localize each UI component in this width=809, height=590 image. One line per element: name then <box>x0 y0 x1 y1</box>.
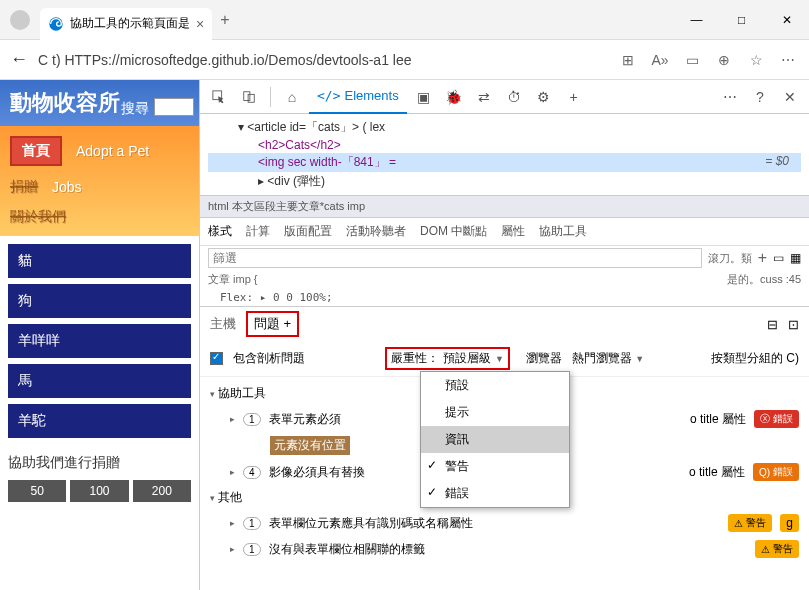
dropdown-item[interactable]: ✓錯誤 <box>421 480 569 507</box>
memory-icon[interactable]: ⚙ <box>531 84 557 110</box>
drawer-tabs: 主機 問題 + ⊟ ⊡ <box>200 306 809 341</box>
tab-styles[interactable]: 樣式 <box>208 223 232 240</box>
rule-source[interactable]: 是的。cuss :45 <box>727 272 801 287</box>
search-label: 搜尋 <box>121 100 149 118</box>
list-item[interactable]: 狗 <box>8 284 191 318</box>
rendered-page: 動物收容所 搜尋 首頁 Adopt a Pet 捐贈 Jobs 關於我們 貓 狗… <box>0 80 200 590</box>
search-input[interactable] <box>154 98 194 116</box>
drawer-icon[interactable]: ⊟ <box>767 317 778 332</box>
issues-toolbar: 包含剖析問題 嚴重性： 預設層級 ▼ 瀏覽器 熱門瀏覽器 ▼ 按類型分組的 C)… <box>200 341 809 377</box>
nav-home[interactable]: 首頁 <box>10 136 62 166</box>
issue-group-other[interactable]: 其他 <box>218 490 242 504</box>
dom-node[interactable]: ▾ <article id=「cats」> ( lex <box>238 120 385 134</box>
sources-icon[interactable]: 🐞 <box>441 84 467 110</box>
svg-rect-3 <box>248 94 254 102</box>
dom-node[interactable]: <h2>Cats</h2> <box>258 138 341 152</box>
issue-group-a11y[interactable]: 協助工具 <box>218 386 266 400</box>
device-icon[interactable] <box>236 84 262 110</box>
g-badge: g <box>780 514 799 532</box>
more-icon[interactable]: ⋯ <box>777 52 799 68</box>
css-property[interactable]: Flex: ▸ 0 0 100%; <box>200 289 809 306</box>
elements-tab[interactable]: </> Elements <box>309 80 407 114</box>
performance-icon[interactable]: ⏱ <box>501 84 527 110</box>
inspect-icon[interactable] <box>206 84 232 110</box>
include-checkbox[interactable] <box>210 352 223 365</box>
collections-icon[interactable]: ⊕ <box>713 52 735 68</box>
list-item[interactable]: 馬 <box>8 364 191 398</box>
minimize-button[interactable]: — <box>674 5 719 35</box>
filter-hov[interactable]: 滾刀。類 <box>708 251 752 266</box>
amount-button[interactable]: 200 <box>133 480 191 502</box>
devtools-toolbar: ⌂ </> Elements ▣ 🐞 ⇄ ⏱ ⚙ + ⋯ ? ✕ <box>200 80 809 114</box>
expand-icon[interactable]: ▾ <box>210 389 215 399</box>
add-style-icon[interactable]: + <box>758 249 767 267</box>
dom-eq: = $0 <box>765 154 789 168</box>
drawer-host[interactable]: 主機 <box>210 315 236 333</box>
url-field[interactable]: C t) HTTPs://microsoftedge.github.io/Dem… <box>38 52 607 68</box>
expand-icon[interactable]: ▸ <box>230 518 235 528</box>
maximize-button[interactable]: □ <box>719 5 764 35</box>
drawer-issues[interactable]: 問題 + <box>246 311 299 337</box>
filter-input[interactable] <box>208 248 702 268</box>
dropdown-item[interactable]: 預設 <box>421 372 569 399</box>
console-icon[interactable]: ▣ <box>411 84 437 110</box>
nav-jobs[interactable]: Jobs <box>52 179 82 195</box>
issue-text: 表單元素必須 <box>269 411 341 428</box>
severity-select[interactable]: 嚴重性： 預設層級 ▼ <box>385 347 510 370</box>
issue-count: 1 <box>243 517 261 530</box>
profile-button[interactable] <box>0 10 40 30</box>
help-icon[interactable]: ? <box>747 84 773 110</box>
severity-dropdown: 預設 提示 資訊 ✓警告 ✓錯誤 <box>420 371 570 508</box>
dropdown-item[interactable]: 提示 <box>421 399 569 426</box>
breadcrumb[interactable]: html 本文區段主要文章*cats imp <box>200 195 809 218</box>
tab-breakpoints[interactable]: DOM 中斷點 <box>420 223 487 240</box>
tab-close-icon[interactable]: × <box>196 16 204 32</box>
issue-item[interactable]: ▸ 1 沒有與表單欄位相關聯的標籤 ⚠ 警告 <box>210 536 799 562</box>
tab-computed[interactable]: 計算 <box>246 223 270 240</box>
nav-adopt[interactable]: Adopt a Pet <box>76 143 149 159</box>
welcome-icon[interactable]: ⌂ <box>279 84 305 110</box>
amount-button[interactable]: 50 <box>8 480 66 502</box>
flex-icon[interactable]: ▭ <box>773 251 784 265</box>
expand-icon[interactable]: ▸ <box>230 467 235 477</box>
expand-icon[interactable]: ▸ <box>230 414 235 424</box>
back-button[interactable]: ← <box>10 49 28 70</box>
expand-icon[interactable]: ▾ <box>210 493 215 503</box>
close-devtools-icon[interactable]: ✕ <box>777 84 803 110</box>
close-button[interactable]: ✕ <box>764 5 809 35</box>
dom-node-selected[interactable]: <img sec width-「841」 = <box>258 155 396 169</box>
group-by-label[interactable]: 按類型分組的 C) <box>711 350 799 367</box>
dropdown-item[interactable]: ✓警告 <box>421 453 569 480</box>
nav-donate[interactable]: 捐贈 <box>10 178 38 196</box>
list-item[interactable]: 羊咩咩 <box>8 324 191 358</box>
issue-item[interactable]: ▸ 1 表單欄位元素應具有識別碼或名稱屬性 ⚠ 警告 g <box>210 510 799 536</box>
amount-button[interactable]: 100 <box>70 480 128 502</box>
browser-tab[interactable]: 協助工具的示範頁面是 × <box>40 8 212 40</box>
network-icon[interactable]: ⇄ <box>471 84 497 110</box>
tab-a11y[interactable]: 協助工具 <box>539 223 587 240</box>
issue-count: 4 <box>243 466 261 479</box>
tab-layout[interactable]: 版面配置 <box>284 223 332 240</box>
devtools-panel: ⌂ </> Elements ▣ 🐞 ⇄ ⏱ ⚙ + ⋯ ? ✕ ▾ <arti… <box>200 80 809 590</box>
add-tab-icon[interactable]: + <box>561 84 587 110</box>
grid-icon[interactable]: ▦ <box>790 251 801 265</box>
tab-listeners[interactable]: 活動聆聽者 <box>346 223 406 240</box>
window-controls: — □ ✕ <box>674 5 809 35</box>
dropdown-item[interactable]: 資訊 <box>421 426 569 453</box>
favorite-icon[interactable]: ☆ <box>745 52 767 68</box>
more-icon[interactable]: ⋯ <box>717 84 743 110</box>
tab-properties[interactable]: 屬性 <box>501 223 525 240</box>
issue-attr: o title 屬性 <box>689 464 745 481</box>
new-tab-button[interactable]: + <box>220 11 229 29</box>
expand-icon[interactable]: ▸ <box>230 544 235 554</box>
popular-select[interactable]: 熱門瀏覽器 ▼ <box>572 350 644 367</box>
list-item[interactable]: 貓 <box>8 244 191 278</box>
list-item[interactable]: 羊駝 <box>8 404 191 438</box>
app-icon[interactable]: ⊞ <box>617 52 639 68</box>
nav-about[interactable]: 關於我們 <box>10 208 66 226</box>
dom-node[interactable]: ▸ <div (彈性) <box>258 174 325 188</box>
dom-tree[interactable]: ▾ <article id=「cats」> ( lex <h2>Cats</h2… <box>200 114 809 195</box>
drawer-icon[interactable]: ⊡ <box>788 317 799 332</box>
read-aloud-icon[interactable]: A» <box>649 52 671 68</box>
reader-icon[interactable]: ▭ <box>681 52 703 68</box>
